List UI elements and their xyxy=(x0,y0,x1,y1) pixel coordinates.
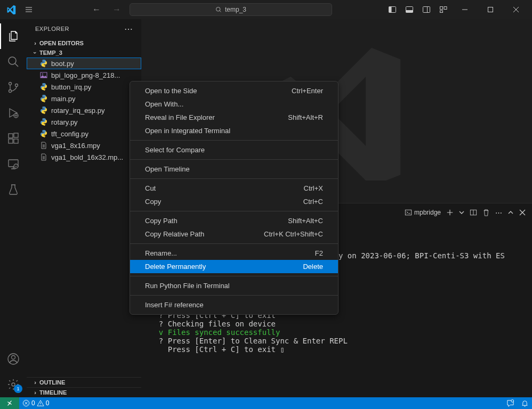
titlebar: ← → temp_3 xyxy=(0,0,532,19)
file-item[interactable]: rotary.py xyxy=(27,116,141,128)
toggle-primary-sidebar-icon[interactable] xyxy=(385,2,400,17)
status-bell-icon[interactable] xyxy=(518,399,532,407)
activity-settings[interactable]: 1 xyxy=(0,372,27,397)
file-item[interactable]: tft_config.py xyxy=(27,128,141,140)
context-menu-item[interactable]: Insert F# reference xyxy=(130,298,338,312)
menu-item-label: Open to the Side xyxy=(145,87,197,95)
terminal-new-icon[interactable] xyxy=(446,209,454,216)
section-outline[interactable]: › OUTLINE xyxy=(27,377,141,387)
activity-search[interactable] xyxy=(0,49,27,75)
terminal-close-icon[interactable] xyxy=(519,209,526,216)
svg-rect-7 xyxy=(444,7,447,10)
chevron-right-icon: › xyxy=(31,379,39,386)
chevron-down-icon: › xyxy=(32,48,38,57)
terminal-launch-profile-icon[interactable] xyxy=(459,210,464,215)
svg-point-12 xyxy=(9,90,12,93)
terminal-kill-icon[interactable] xyxy=(482,209,490,216)
menu-item-shortcut: Shift+Alt+C xyxy=(288,217,323,225)
activity-account[interactable] xyxy=(0,346,27,372)
menu-item-label: Select for Compare xyxy=(145,146,205,154)
activity-testing[interactable] xyxy=(0,177,27,202)
vscode-logo-icon xyxy=(6,5,16,14)
open-editors-label: OPEN EDITORS xyxy=(39,40,84,46)
svg-point-22 xyxy=(12,356,15,359)
menu-item-label: Copy xyxy=(145,198,161,206)
context-menu-item[interactable]: Open to the SideCtrl+Enter xyxy=(130,84,338,97)
menu-separator xyxy=(130,211,338,211)
svg-rect-5 xyxy=(423,7,430,13)
file-type-icon xyxy=(38,59,49,68)
context-menu-item[interactable]: Open Timeline xyxy=(130,162,338,176)
status-feedback-icon[interactable] xyxy=(503,399,518,407)
file-item[interactable]: bpi_logo_png-8_218... xyxy=(27,69,141,81)
nav-back-icon[interactable]: ← xyxy=(89,3,104,17)
file-item[interactable]: vga1_bold_16x32.mp... xyxy=(27,151,141,163)
context-menu-item[interactable]: Open in Integrated Terminal xyxy=(130,124,338,137)
status-warnings-count: 0 xyxy=(46,399,50,407)
menu-separator xyxy=(130,243,338,244)
section-timeline[interactable]: › TIMELINE xyxy=(27,387,141,397)
file-item[interactable]: rotary_irq_esp.py xyxy=(27,104,141,116)
activity-explorer[interactable] xyxy=(0,23,27,49)
file-type-icon xyxy=(38,141,49,150)
window-maximize-icon[interactable] xyxy=(479,2,502,17)
file-name: rotary.py xyxy=(51,118,78,126)
toggle-secondary-sidebar-icon[interactable] xyxy=(419,2,434,17)
terminal-process[interactable]: mpbridge xyxy=(405,209,441,216)
menu-item-shortcut: Ctrl+X xyxy=(304,184,323,192)
file-name: tft_config.py xyxy=(51,130,88,138)
chevron-right-icon: › xyxy=(31,40,39,46)
file-item[interactable]: vga1_8x16.mpy xyxy=(27,140,141,151)
terminal-more-icon[interactable]: ⋯ xyxy=(495,209,502,217)
file-name: vga1_8x16.mpy xyxy=(51,142,100,150)
terminal-split-icon[interactable] xyxy=(470,209,477,216)
svg-rect-6 xyxy=(440,7,443,10)
status-bar: 0 0 xyxy=(0,397,532,409)
context-menu-item[interactable]: Select for Compare xyxy=(130,143,338,157)
context-menu-item[interactable]: CutCtrl+X xyxy=(130,182,338,195)
context-menu-item[interactable]: Delete PermanentlyDelete xyxy=(130,260,338,273)
section-open-editors[interactable]: › OPEN EDITORS xyxy=(27,38,141,48)
file-name: vga1_bold_16x32.mp... xyxy=(51,153,123,161)
outline-label: OUTLINE xyxy=(39,379,65,386)
svg-rect-15 xyxy=(9,134,13,138)
status-errors-count: 0 xyxy=(31,399,35,407)
svg-point-29 xyxy=(511,399,514,402)
menu-item-shortcut: F2 xyxy=(315,249,323,257)
file-item[interactable]: button_irq.py xyxy=(27,81,141,93)
activity-extensions[interactable] xyxy=(0,126,27,151)
status-problems[interactable]: 0 0 xyxy=(19,399,52,407)
window-close-icon[interactable] xyxy=(504,2,528,17)
menu-item-label: Reveal in File Explorer xyxy=(145,113,215,121)
command-center-search[interactable]: temp_3 xyxy=(130,3,332,16)
customize-layout-icon[interactable] xyxy=(436,2,451,17)
status-remote-icon[interactable] xyxy=(0,397,19,409)
explorer-sidebar: EXPLORER ⋯ › OPEN EDITORS › TEMP_3 boot.… xyxy=(27,19,141,397)
section-folder[interactable]: › TEMP_3 xyxy=(27,48,141,58)
context-menu-item[interactable]: Open With... xyxy=(130,97,338,111)
file-type-icon xyxy=(38,118,49,126)
menu-item-label: Open in Integrated Terminal xyxy=(145,127,230,135)
context-menu-item[interactable]: Copy Relative PathCtrl+K Ctrl+Shift+C xyxy=(130,227,338,241)
context-menu-item[interactable]: Run Python File in Terminal xyxy=(130,279,338,292)
svg-rect-17 xyxy=(14,139,18,143)
context-menu-item[interactable]: CopyCtrl+C xyxy=(130,195,338,208)
menu-item-shortcut: Delete xyxy=(303,263,323,271)
file-type-icon xyxy=(38,71,49,79)
activity-run-debug[interactable] xyxy=(0,100,27,126)
svg-point-25 xyxy=(42,73,43,75)
hamburger-menu-icon[interactable] xyxy=(21,2,36,17)
activity-source-control[interactable] xyxy=(0,75,27,100)
file-item[interactable]: boot.py xyxy=(27,58,141,69)
window-minimize-icon[interactable] xyxy=(453,2,477,17)
activity-remote-explorer[interactable] xyxy=(0,151,27,177)
nav-forward-icon[interactable]: → xyxy=(109,3,124,17)
explorer-more-icon[interactable]: ⋯ xyxy=(124,24,133,34)
toggle-panel-icon[interactable] xyxy=(402,2,417,17)
terminal-maximize-icon[interactable] xyxy=(507,209,514,216)
menu-item-label: Rename... xyxy=(145,249,177,257)
context-menu-item[interactable]: Copy PathShift+Alt+C xyxy=(130,214,338,227)
context-menu-item[interactable]: Reveal in File ExplorerShift+Alt+R xyxy=(130,111,338,124)
context-menu-item[interactable]: Rename...F2 xyxy=(130,247,338,260)
file-item[interactable]: main.py xyxy=(27,93,141,104)
